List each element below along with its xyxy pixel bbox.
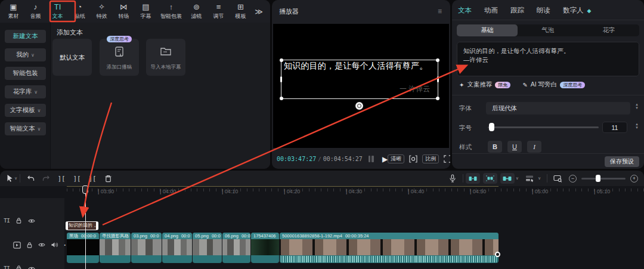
video-preview[interactable]: 知识的目的，是让每个人活得有尊严。 一 许倬云	[273, 24, 449, 148]
preview-quality-icon[interactable]	[409, 155, 417, 163]
clip-black-field[interactable]: 黑场00:00:0	[67, 233, 99, 263]
default-text-card[interactable]: 默认文本	[52, 39, 92, 76]
resize-handle-left[interactable]	[280, 76, 282, 82]
mute-icon[interactable]	[51, 242, 58, 248]
undo-icon[interactable]	[23, 175, 38, 182]
resize-handle-br[interactable]	[436, 97, 439, 100]
track-mode-icon[interactable]	[522, 175, 538, 183]
toolbar-item-text[interactable]: TI 文本	[47, 3, 69, 20]
play-button[interactable]: ▶	[382, 155, 388, 163]
zoom-in-icon[interactable]: +	[630, 175, 638, 183]
toolbar-item-audio[interactable]: ♪ 音频	[24, 3, 47, 20]
eye-icon[interactable]	[38, 242, 45, 248]
add-script-card[interactable]: 深度思考 添加口播稿	[100, 39, 139, 76]
player-menu-icon[interactable]: ≡	[438, 7, 442, 16]
subtab-basic[interactable]: 基础	[457, 24, 518, 36]
eye-icon[interactable]	[28, 266, 35, 269]
underline-button[interactable]: U	[507, 141, 522, 153]
stepper-down-icon[interactable]: ▾	[636, 126, 638, 129]
import-subtitles-card[interactable]: 导入本地字幕	[146, 39, 185, 76]
sidebar-item-mine[interactable]: 我的 ∨	[5, 48, 46, 61]
tab-read-aloud[interactable]: 朗读	[537, 6, 550, 15]
tab-text[interactable]: 文本	[458, 6, 472, 15]
ai-voiceover-button[interactable]: AI 写旁白	[531, 81, 557, 89]
resize-handle-right[interactable]	[437, 76, 439, 82]
rotate-handle[interactable]	[355, 102, 363, 110]
toolbar-more-icon[interactable]: ≫	[253, 7, 265, 16]
clip-06-png[interactable]: 06.png00:0	[222, 233, 250, 263]
clip-main-video[interactable]: 500001638892858-1-192.mp400:00:35:24	[280, 233, 499, 263]
tab-animation[interactable]: 动画	[484, 6, 498, 15]
toolbar-item-captions[interactable]: ▤ 字幕	[135, 3, 157, 20]
lock-icon[interactable]	[16, 265, 22, 269]
quality-button[interactable]: 清晰	[388, 154, 404, 163]
text-content-input[interactable]: 知识的目的，是让每个人活得有尊严。 —许倬云	[457, 42, 639, 76]
timeline-zoom-slider[interactable]	[581, 178, 626, 180]
font-select[interactable]: 后现代体	[486, 102, 630, 115]
resize-handle-tr[interactable]	[436, 58, 439, 62]
italic-button[interactable]: I	[527, 141, 541, 153]
sidebar-item-text-templates[interactable]: 文字模板 ∨	[5, 104, 46, 117]
timeline-ruler[interactable]: 03:50 04:00 04:10 04:20 04:30 04:40 04:5…	[0, 186, 644, 198]
toolbar-item-smart-package[interactable]: ↑ 智能包装	[157, 3, 185, 20]
snap-toggle-icon[interactable]	[466, 173, 480, 184]
linkage-toggle-icon[interactable]	[483, 173, 497, 184]
chevron-down-icon[interactable]: ∨	[538, 176, 541, 181]
sidebar-item-fancy-text-library[interactable]: 花字库 ∨	[5, 85, 46, 98]
divider	[20, 174, 20, 183]
toolbar-item-templates[interactable]: ⊞ 模板	[230, 3, 252, 20]
toolbar-item-media[interactable]: ▣ 素材	[2, 3, 24, 20]
copy-recommend-button[interactable]: 文案推荐	[467, 81, 492, 89]
subtab-bubble[interactable]: 气泡	[518, 24, 578, 36]
cover-icon[interactable]	[550, 175, 565, 183]
subtab-fancy-text[interactable]: 花字	[578, 24, 639, 36]
save-preset-button[interactable]: 保存预设	[605, 156, 639, 167]
toolbar-item-filters[interactable]: ⊚ 滤镜	[185, 3, 208, 20]
text-selection-box[interactable]	[281, 60, 438, 99]
trim-right-icon[interactable]: ][	[85, 175, 100, 183]
lock-icon[interactable]	[26, 242, 33, 249]
clip-trim-handle[interactable]	[495, 252, 500, 257]
clip-05-png[interactable]: 05.png00:0	[193, 233, 222, 263]
stepper-down-icon[interactable]: ▾	[636, 106, 638, 110]
resize-handle-bl[interactable]	[280, 97, 283, 100]
resize-handle-tl[interactable]	[280, 58, 283, 62]
font-size-stepper[interactable]: ▴ ▾	[633, 122, 641, 129]
clip-photo-style[interactable]: 寻找摄影风格	[100, 233, 131, 263]
tab-digital-human[interactable]: 数字人	[563, 6, 584, 15]
preview-axis-toggle-icon[interactable]	[500, 173, 515, 184]
ratio-button[interactable]: 比例	[422, 154, 439, 163]
font-size-slider-handle[interactable]	[489, 123, 494, 131]
eye-icon[interactable]	[28, 218, 35, 224]
toolbar-item-transitions[interactable]: ⋈ 转场	[113, 3, 135, 20]
chevron-down-icon[interactable]: ∨	[14, 176, 17, 181]
font-stepper[interactable]: ▴ ▾	[633, 103, 641, 110]
playhead-line	[85, 186, 86, 269]
trim-left-icon[interactable]: ][	[69, 175, 85, 183]
sidebar-item-smart-text[interactable]: 智能文本 ∨	[5, 122, 46, 135]
sidebar-item-new-text[interactable]: 新建文本	[5, 30, 46, 43]
font-size-slider[interactable]	[488, 126, 599, 128]
font-size-value[interactable]: 11	[602, 122, 627, 133]
zoom-out-icon[interactable]: −	[569, 175, 577, 183]
text-clip[interactable]: 知识的目的，	[66, 221, 98, 230]
timeline-zoom-handle[interactable]	[596, 175, 600, 182]
clip-04-png[interactable]: 04.png00:0	[162, 233, 192, 263]
fullscreen-icon[interactable]	[444, 155, 450, 163]
toolbar-item-sticker[interactable]: ◔ 贴纸	[69, 3, 91, 20]
bold-button[interactable]: B	[488, 141, 502, 153]
sidebar-item-smart-package[interactable]: 智能包装	[5, 67, 46, 80]
tab-tracking[interactable]: 跟踪	[510, 6, 524, 15]
record-voiceover-icon[interactable]	[445, 174, 460, 183]
delete-icon[interactable]	[100, 175, 116, 183]
clip-175437406[interactable]: 175437406	[251, 233, 279, 263]
playhead-handle[interactable]	[82, 185, 88, 194]
redo-icon[interactable]	[38, 175, 54, 182]
chevron-down-icon[interactable]: ∨	[516, 176, 519, 181]
lock-icon[interactable]	[16, 217, 22, 224]
toolbar-item-effects[interactable]: ✧ 特效	[91, 3, 113, 20]
clip-03-png[interactable]: 03.png00:0	[131, 233, 162, 263]
frame-strip-icon[interactable]	[369, 156, 374, 162]
toolbar-item-adjust[interactable]: ≡ 调节	[208, 3, 230, 20]
split-icon[interactable]: ][	[54, 175, 69, 183]
